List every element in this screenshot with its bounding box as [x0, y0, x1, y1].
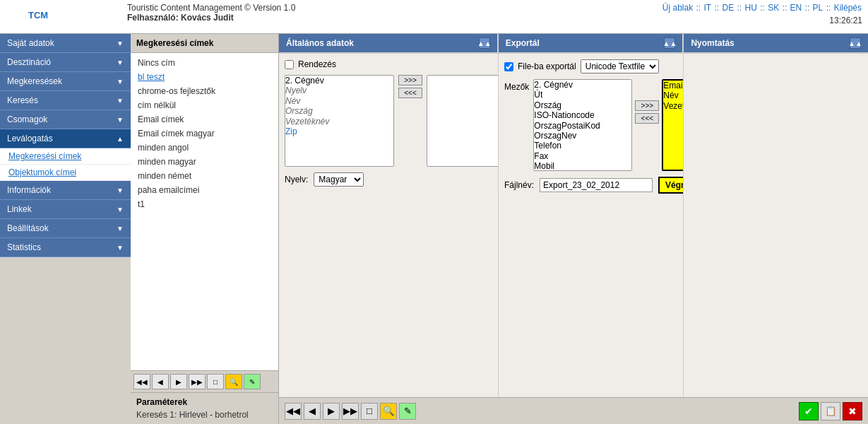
- right-panel: Általános adatok ▲▲ Exportál ▲▲ Nyomtatá…: [279, 34, 868, 424]
- sidebar-item-statistics[interactable]: Statistics ▼: [0, 238, 131, 257]
- chevron-icon: ▼: [117, 59, 124, 66]
- current-time: 13:26:21: [829, 16, 862, 25]
- vegrehajt-button[interactable]: Végrehajt: [658, 177, 684, 194]
- collapse-exportal[interactable]: ▲▲: [664, 37, 675, 49]
- params-section: Paraméterek Keresés 1: Hirlevel - borhet…: [131, 392, 278, 424]
- next-button[interactable]: ▶: [170, 374, 187, 389]
- list-item[interactable]: paha emailcímei: [131, 183, 278, 197]
- move-right-btn[interactable]: >>>: [398, 75, 422, 86]
- file-exportal-label: File-ba exportál: [518, 61, 576, 71]
- bottom-last-btn[interactable]: ▶▶: [342, 403, 359, 420]
- mezok-right-listbox-container: Email Név Vezetéknév: [662, 79, 684, 171]
- last-button[interactable]: ▶▶: [189, 374, 206, 389]
- sidebar-subitem-megkeresesi-cimek[interactable]: Megkeresési címek: [0, 148, 131, 165]
- sidebar-item-beallitasok[interactable]: Beállítások ▼: [0, 219, 131, 238]
- mezok-label: Mezők: [504, 82, 529, 92]
- list-item[interactable]: Nincs cím: [131, 56, 278, 70]
- list-item[interactable]: cím nélkül: [131, 98, 278, 112]
- altalanos-move-btns: >>> <<<: [398, 75, 422, 98]
- nyelv-select[interactable]: Magyar English Deutsch: [314, 172, 364, 187]
- mezok-move-right-btn[interactable]: >>>: [635, 100, 659, 111]
- sidebar-item-linkek[interactable]: Linkek ▼: [0, 200, 131, 219]
- bottom-copy-btn[interactable]: 📋: [821, 402, 840, 420]
- bottom-prev-btn[interactable]: ◀: [304, 403, 321, 420]
- bottom-confirm-btn[interactable]: ✔: [799, 402, 819, 420]
- list-item[interactable]: minden német: [131, 169, 278, 183]
- sidebar-item-informaciok[interactable]: Információk ▼: [0, 181, 131, 200]
- sidebar-item-levalогатас[interactable]: Leválogatás ▲: [0, 129, 131, 148]
- sidebar-item-sajat-adatok[interactable]: Saját adatok ▼: [0, 34, 131, 53]
- bottom-search-btn[interactable]: 🔍: [380, 403, 397, 420]
- move-left-btn[interactable]: <<<: [398, 88, 422, 98]
- rendezés-label: Rendezés: [298, 59, 336, 69]
- altalanos-right-listbox[interactable]: [427, 75, 499, 167]
- left-panel-toolbar: ◀◀ ◀ ▶ ▶▶ □ 🔍 ✎: [131, 370, 278, 392]
- params-title: Paraméterek: [136, 397, 273, 407]
- section-controls: ▲▲: [850, 37, 861, 49]
- lang-de[interactable]: DE: [723, 3, 735, 13]
- altalanos-right-listbox-container: [427, 75, 499, 167]
- list-item[interactable]: minden magyar: [131, 155, 278, 169]
- bottom-toolbar: ◀◀ ◀ ▶ ▶▶ □ 🔍 ✎ ✔ 📋 ✖: [279, 397, 868, 424]
- first-button[interactable]: ◀◀: [133, 374, 150, 389]
- list-item[interactable]: chrome-os fejlesztők: [131, 84, 278, 98]
- list-item[interactable]: Email címek: [131, 112, 278, 126]
- logout-link[interactable]: Kilépés: [834, 3, 862, 13]
- sidebar-item-kereses[interactable]: Keresés ▼: [0, 91, 131, 110]
- chevron-icon: ▼: [117, 244, 124, 252]
- section-header-exportal: Exportál ▲▲: [499, 34, 684, 52]
- mezok-left-listbox[interactable]: 2. Cégnév Út Ország ISO-Nationcode Orsza…: [533, 79, 632, 171]
- prev-button[interactable]: ◀: [152, 374, 169, 389]
- center-info: Touristic Content Management © Version 1…: [127, 3, 295, 23]
- app-title: Touristic Content Management © Version 1…: [127, 3, 295, 13]
- altalanos-adatok-content: Rendezés 2. Cégnév Nyelv Név Ország Veze…: [279, 54, 499, 397]
- bottom-next-btn[interactable]: ▶: [323, 403, 340, 420]
- search-button[interactable]: 🔍: [225, 374, 242, 389]
- chevron-icon: ▼: [117, 78, 124, 86]
- nav-links: Új ablak :: IT :: DE :: HU :: SK :: EN :…: [662, 3, 862, 13]
- file-exportal-checkbox[interactable]: [504, 62, 513, 71]
- lang-it[interactable]: IT: [704, 3, 712, 13]
- export-type-select[interactable]: Unicode Textfile CSV: [581, 59, 659, 73]
- user-info: Felhasználó: Kovács Judit: [127, 13, 295, 23]
- collapse-altalanos[interactable]: ▲▲: [479, 37, 490, 49]
- exportal-content: File-ba exportál Unicode Textfile CSV Me…: [499, 54, 684, 397]
- content-area: Rendezés 2. Cégnév Nyelv Név Ország Veze…: [279, 54, 868, 397]
- left-panel: Megkeresési címek Nincs cím bl teszt chr…: [131, 34, 279, 424]
- bottom-cancel-btn[interactable]: ✖: [843, 402, 862, 420]
- section-header-nyomtatas: Nyomtatás ▲▲: [684, 34, 868, 52]
- chevron-icon: ▲: [117, 135, 124, 143]
- sidebar-item-csomagok[interactable]: Csomagok ▼: [0, 110, 131, 129]
- lang-sk[interactable]: SK: [768, 3, 779, 13]
- sidebar-item-desztinacio[interactable]: Desztináció ▼: [0, 53, 131, 72]
- lang-pl[interactable]: PL: [813, 3, 824, 13]
- chevron-icon: ▼: [117, 187, 124, 194]
- list-item[interactable]: minden angol: [131, 141, 278, 155]
- new-window-link[interactable]: Új ablak: [662, 3, 693, 13]
- mezok-section: Mezők 2. Cégnév Út Ország ISO-Nationcode…: [504, 79, 677, 171]
- header: TCM Touristic Content Management © Versi…: [0, 0, 868, 34]
- sidebar: Saját adatok ▼ Desztináció ▼ Megkeresése…: [0, 34, 131, 424]
- bottom-new-btn[interactable]: □: [361, 403, 378, 420]
- fajlnev-input[interactable]: [540, 178, 653, 192]
- list-item[interactable]: t1: [131, 197, 278, 211]
- bottom-first-btn[interactable]: ◀◀: [285, 403, 302, 420]
- bottom-edit-btn[interactable]: ✎: [399, 403, 416, 420]
- lang-hu[interactable]: HU: [745, 3, 757, 13]
- sidebar-subitem-objektumok-cimei[interactable]: Objektumok címei: [0, 165, 131, 181]
- nyelv-row: Nyelv: Magyar English Deutsch: [285, 172, 492, 187]
- user-name: Kovács Judit: [181, 13, 234, 23]
- edit-button[interactable]: ✎: [244, 374, 261, 389]
- list-item[interactable]: bl teszt: [131, 70, 278, 84]
- new-button[interactable]: □: [207, 374, 224, 389]
- rendezés-checkbox[interactable]: [285, 60, 294, 69]
- params-item: Keresés 1: Hirlevel - borhetrol: [136, 410, 273, 420]
- fajlnev-row: Fájlnév: Végrehajt: [504, 177, 677, 194]
- collapse-nyomtatas[interactable]: ▲▲: [850, 37, 861, 49]
- mezok-right-listbox[interactable]: Email Név Vezetéknév: [662, 79, 684, 171]
- list-item[interactable]: Email címek magyar: [131, 126, 278, 141]
- sidebar-item-megkeresesek[interactable]: Megkeresések ▼: [0, 72, 131, 91]
- mezok-move-left-btn[interactable]: <<<: [635, 113, 659, 124]
- altalanos-left-listbox[interactable]: 2. Cégnév Nyelv Név Ország Vezetéknév Zi…: [285, 75, 394, 167]
- lang-en[interactable]: EN: [790, 3, 802, 13]
